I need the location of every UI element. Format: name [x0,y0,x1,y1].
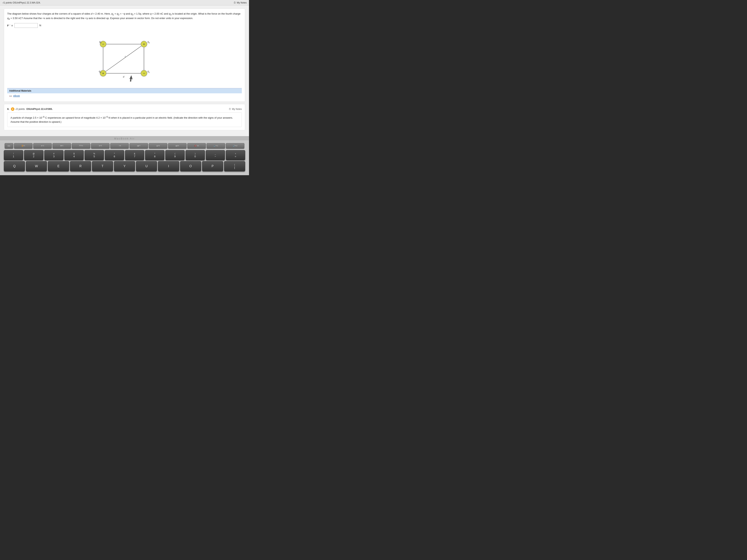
plus-circle-icon: + [11,107,15,111]
svg-text:q: q [99,70,100,73]
f8-key[interactable]: ⏯ F8 [149,143,167,149]
key-1[interactable]: ! 1 [4,150,23,160]
points-badge: + -/2 points [11,107,25,111]
key-o[interactable]: O [180,161,201,171]
f1-key[interactable]: 🔆 F1 [14,143,32,149]
f11-key[interactable]: 🔉 F11 [207,143,225,149]
svg-text:3: 3 [100,71,101,73]
key-5[interactable]: % 5 [85,150,104,160]
question-8-text: A particle of charge 2.5 × 10−6 C experi… [10,115,238,124]
notes-icon: 🗒 [229,108,231,110]
svg-text:q: q [148,70,149,73]
f6-key[interactable]: ··· F6 [110,143,129,149]
key-y[interactable]: Y [114,161,135,171]
svg-text:2: 2 [101,42,102,44]
note-icon: 🗒 [234,1,236,4]
points-text: -/2 points [15,108,25,110]
question-8-id: OSUniPhys1 22.4.P.065. [26,108,53,110]
svg-line-4 [103,44,144,73]
key-8[interactable]: * 8 [145,150,164,160]
key-minus[interactable]: _ − [206,150,225,160]
top-bar: -/1 points OSUniPhys1 22.3.WA.024. 🗒 My … [0,0,249,5]
force-label: F→ = [7,24,13,27]
svg-text:1: 1 [149,71,150,73]
macbook-air-label: MacBook Air [114,136,135,141]
key-u[interactable]: U [136,161,157,171]
ebook-icon: 📖 [9,95,12,97]
screen: -/1 points OSUniPhys1 22.3.WA.024. 🗒 My … [0,0,249,136]
f4-key[interactable]: ⠿⠿ F4 [72,143,90,149]
esc-key[interactable]: esc [5,143,13,149]
question-8-number: 8. [7,108,9,110]
number-row: ! 1 @ 2 # 3 $ 4 % 5 ^ 6 [4,150,245,160]
key-7[interactable]: & 7 [125,150,144,160]
force-answer-input[interactable] [15,23,38,28]
esc-label: esc [7,145,10,147]
additional-materials-label: Additional Materials [9,89,31,92]
svg-text:r: r [125,55,126,58]
question-8-section: 8. + -/2 points OSUniPhys1 22.4.P.065. 🗒… [4,104,245,130]
key-6[interactable]: ^ 6 [105,150,124,160]
question-8-header: 8. + -/2 points OSUniPhys1 22.4.P.065. 🗒… [7,107,242,111]
key-3[interactable]: # 3 [44,150,63,160]
my-notes-top-button[interactable]: 🗒 My Notes [234,1,247,4]
svg-text:−: − [143,72,145,75]
content-area: The diagram below shows four charges at … [0,5,249,136]
my-notes-q8-label: My Notes [232,108,242,110]
svg-text:+: + [143,43,145,46]
f12-key[interactable]: 🔊 F12 [226,143,244,149]
f3-key[interactable]: ⊞ F3 [53,143,71,149]
svg-text:4: 4 [149,42,150,44]
ebook-label[interactable]: eBook [13,95,20,97]
ebook-row[interactable]: 📖 eBook [7,93,242,98]
charge-diagram: − q 2 + q 4 + q 3 − q [87,30,161,85]
diagram-container: − q 2 + q 4 + q 3 − q [87,30,161,86]
f7-key[interactable]: ⏮ F7 [130,143,148,149]
key-i[interactable]: I [158,161,179,171]
key-t[interactable]: T [92,161,113,171]
question-7-section: The diagram below shows four charges at … [4,8,245,102]
main-key-rows: ! 1 @ 2 # 3 $ 4 % 5 ^ 6 [4,150,245,171]
svg-text:d: d [123,76,124,78]
key-0[interactable]: ) 0 [186,150,205,160]
my-notes-top-label: My Notes [237,1,247,4]
question-7-text: The diagram below shows four charges at … [7,12,242,21]
key-equals[interactable]: + = [226,150,245,160]
key-9[interactable]: ( 9 [165,150,185,160]
key-4[interactable]: $ 4 [65,150,84,160]
answer-row: F→ = N [7,23,242,28]
force-unit: N [39,24,41,27]
key-bracket-open[interactable]: { [ [224,161,245,171]
question-8-content: A particle of charge 2.5 × 10−6 C experi… [7,112,242,127]
top-bar-left: -/1 points OSUniPhys1 22.3.WA.024. [2,1,41,4]
f10-key[interactable]: 🔇 F10 [187,143,206,149]
qwerty-row: Q W E R T Y U I O [4,161,245,171]
key-e[interactable]: E [48,161,69,171]
svg-text:−: − [102,43,104,46]
svg-text:q: q [99,41,101,43]
key-p[interactable]: P [202,161,223,171]
key-w[interactable]: W [26,161,47,171]
my-notes-q8-button[interactable]: 🗒 My Notes [229,108,242,110]
question-8-header-left: 8. + -/2 points OSUniPhys1 22.4.P.065. [7,107,53,111]
key-q[interactable]: Q [4,161,25,171]
keyboard-area: esc 🔆 F1 ✳ F2 ⊞ F3 ⠿⠿ F4 ☀ F5 ··· F6 ⏮ F… [0,140,249,175]
svg-marker-24 [129,75,133,82]
f2-key[interactable]: ✳ F2 [33,143,52,149]
svg-text:q: q [148,41,149,43]
key-2[interactable]: @ 2 [24,150,43,160]
f9-key[interactable]: ⏭ F9 [168,143,186,149]
macbook-label-bar: MacBook Air [0,136,249,140]
f5-key[interactable]: ☀ F5 [91,143,109,149]
svg-text:+: + [102,72,104,75]
function-key-row: esc 🔆 F1 ✳ F2 ⊞ F3 ⠿⠿ F4 ☀ F5 ··· F6 ⏮ F… [4,143,245,149]
additional-materials-bar: Additional Materials [7,88,242,93]
key-r[interactable]: R [70,161,91,171]
question-ref: -/1 points OSUniPhys1 22.3.WA.024. [2,1,41,4]
